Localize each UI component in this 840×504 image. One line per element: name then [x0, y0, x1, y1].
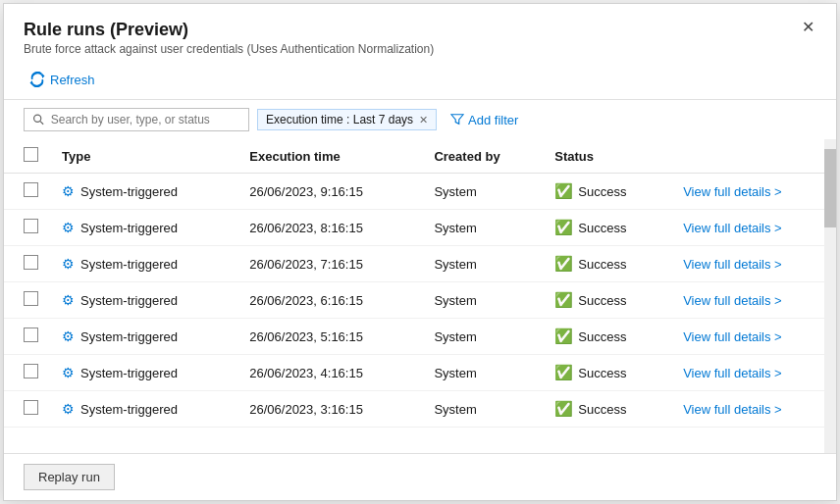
status-label: Success — [578, 221, 626, 235]
search-icon — [32, 113, 45, 126]
row-checkbox[interactable] — [24, 255, 38, 270]
search-box — [24, 108, 249, 131]
header-checkbox[interactable] — [24, 147, 38, 162]
filter-icon — [450, 113, 464, 126]
row-checkbox[interactable] — [24, 219, 38, 233]
row-created-by: System — [422, 319, 543, 355]
status-label: Success — [578, 329, 626, 344]
status-label: Success — [578, 402, 626, 417]
refresh-label: Refresh — [50, 73, 95, 87]
gear-icon: ⚙ — [62, 220, 75, 235]
table-row: ⚙ System-triggered 26/06/2023, 4:16:15 S… — [4, 355, 836, 391]
row-link-cell: View full details > — [671, 210, 836, 246]
row-checkbox[interactable] — [24, 291, 38, 306]
row-type: System-triggered — [80, 366, 178, 380]
row-type-cell: ⚙ System-triggered — [50, 391, 237, 428]
gear-icon: ⚙ — [62, 401, 75, 417]
filter-bar: Execution time : Last 7 days ✕ Add filte… — [4, 100, 836, 139]
view-full-details-link[interactable]: View full details > — [683, 257, 782, 272]
row-link-cell: View full details > — [671, 246, 836, 282]
filter-label: Execution time : Last 7 days — [266, 113, 413, 126]
table-row: ⚙ System-triggered 26/06/2023, 7:16:15 S… — [4, 246, 836, 282]
row-execution-time: 26/06/2023, 6:16:15 — [237, 282, 422, 319]
row-status: ✅ Success — [543, 174, 671, 210]
header-type: Type — [50, 139, 237, 174]
row-execution-time: 26/06/2023, 9:16:15 — [237, 174, 422, 210]
row-type: System-triggered — [80, 184, 178, 199]
row-checkbox[interactable] — [24, 182, 38, 197]
row-status: ✅ Success — [543, 210, 671, 246]
row-type-cell: ⚙ System-triggered — [50, 246, 237, 282]
row-created-by: System — [422, 210, 543, 246]
success-icon: ✅ — [554, 364, 573, 381]
row-execution-time: 26/06/2023, 7:16:15 — [237, 246, 422, 282]
row-checkbox[interactable] — [24, 364, 38, 378]
header-checkbox-col — [4, 139, 50, 174]
remove-filter-button[interactable]: ✕ — [419, 114, 428, 126]
svg-line-1 — [40, 122, 43, 125]
row-checkbox-cell — [4, 174, 50, 210]
header-execution-time: Execution time — [237, 139, 422, 174]
row-type-cell: ⚙ System-triggered — [50, 355, 237, 391]
row-execution-time: 26/06/2023, 4:16:15 — [237, 355, 422, 391]
row-type: System-triggered — [80, 402, 178, 417]
row-status: ✅ Success — [543, 319, 671, 355]
status-label: Success — [578, 184, 626, 199]
success-icon: ✅ — [554, 291, 573, 309]
view-full-details-link[interactable]: View full details > — [683, 293, 782, 308]
row-created-by: System — [422, 246, 543, 282]
success-icon: ✅ — [554, 400, 573, 418]
gear-icon: ⚙ — [62, 365, 75, 380]
row-created-by: System — [422, 391, 543, 428]
refresh-button[interactable]: Refresh — [24, 68, 101, 91]
row-status: ✅ Success — [543, 246, 671, 282]
gear-icon: ⚙ — [62, 328, 75, 344]
row-link-cell: View full details > — [671, 319, 836, 355]
table-header: Type Execution time Created by Status — [4, 139, 836, 174]
runs-table: Type Execution time Created by Status ⚙ … — [4, 139, 836, 428]
close-button[interactable]: ✕ — [796, 18, 820, 37]
row-checkbox[interactable] — [24, 400, 38, 415]
status-label: Success — [578, 293, 626, 308]
view-full-details-link[interactable]: View full details > — [683, 402, 782, 417]
search-input[interactable] — [51, 113, 240, 126]
view-full-details-link[interactable]: View full details > — [683, 329, 782, 344]
row-type: System-triggered — [80, 329, 178, 344]
table-row: ⚙ System-triggered 26/06/2023, 8:16:15 S… — [4, 210, 836, 246]
gear-icon: ⚙ — [62, 256, 75, 272]
execution-time-filter: Execution time : Last 7 days ✕ — [257, 109, 437, 130]
row-checkbox-cell — [4, 210, 50, 246]
table-body: ⚙ System-triggered 26/06/2023, 9:16:15 S… — [4, 174, 836, 428]
dialog-header: Rule runs (Preview) Brute force attack a… — [4, 4, 836, 60]
row-type: System-triggered — [80, 257, 178, 272]
row-checkbox[interactable] — [24, 328, 38, 342]
success-icon: ✅ — [554, 182, 573, 200]
footer: Replay run — [4, 453, 836, 500]
toolbar: Refresh — [4, 60, 836, 99]
row-link-cell: View full details > — [671, 282, 836, 319]
row-execution-time: 26/06/2023, 8:16:15 — [237, 210, 422, 246]
dialog-subtitle: Brute force attack against user credenti… — [24, 42, 816, 56]
success-icon: ✅ — [554, 255, 573, 273]
row-link-cell: View full details > — [671, 355, 836, 391]
view-full-details-link[interactable]: View full details > — [683, 366, 782, 380]
row-checkbox-cell — [4, 391, 50, 428]
table-container: Type Execution time Created by Status ⚙ … — [4, 139, 836, 453]
gear-icon: ⚙ — [62, 183, 75, 199]
add-filter-button[interactable]: Add filter — [445, 109, 524, 131]
row-type: System-triggered — [80, 293, 178, 308]
row-created-by: System — [422, 174, 543, 210]
success-icon: ✅ — [554, 219, 573, 236]
row-checkbox-cell — [4, 246, 50, 282]
view-full-details-link[interactable]: View full details > — [683, 184, 782, 199]
svg-point-0 — [34, 115, 41, 122]
view-full-details-link[interactable]: View full details > — [683, 221, 782, 235]
scrollbar-thumb[interactable] — [824, 149, 836, 227]
scrollbar-track[interactable] — [824, 139, 836, 453]
row-execution-time: 26/06/2023, 5:16:15 — [237, 319, 422, 355]
row-type-cell: ⚙ System-triggered — [50, 210, 237, 246]
replay-run-button[interactable]: Replay run — [24, 464, 115, 490]
row-checkbox-cell — [4, 282, 50, 319]
add-filter-label: Add filter — [468, 113, 518, 127]
gear-icon: ⚙ — [62, 292, 75, 308]
